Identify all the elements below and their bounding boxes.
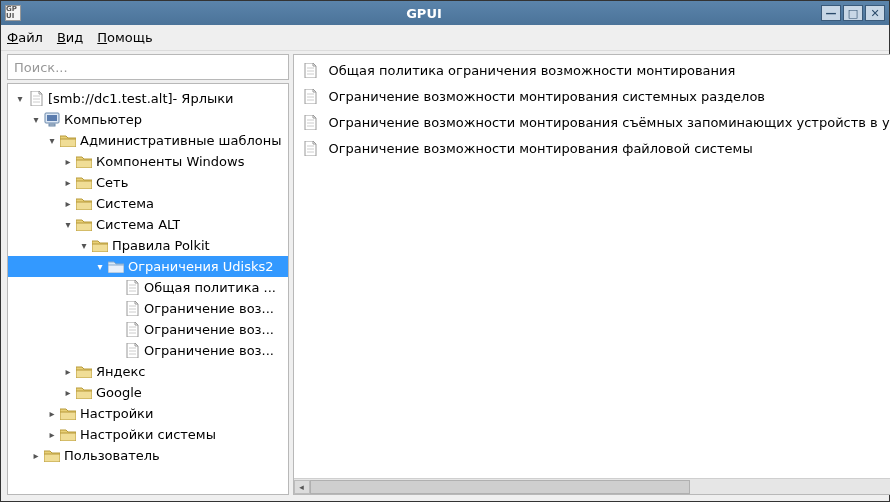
tree-item-system-alt[interactable]: ▾ Система ALT bbox=[8, 214, 288, 235]
tree-label: Административные шаблоны bbox=[80, 133, 282, 148]
tree-label: Компоненты Windows bbox=[96, 154, 244, 169]
close-button[interactable]: ✕ bbox=[865, 5, 885, 21]
list-item[interactable]: Ограничение возможности монтирования съё… bbox=[294, 109, 890, 135]
tree-label: Google bbox=[96, 385, 142, 400]
right-panel: Общая политика ограничения возможности м… bbox=[293, 54, 890, 495]
scroll-left-icon[interactable]: ◂ bbox=[294, 480, 310, 494]
document-icon bbox=[302, 141, 320, 156]
tree-label: Система bbox=[96, 196, 154, 211]
scroll-track[interactable] bbox=[310, 480, 890, 494]
list-item-label: Ограничение возможности монтирования фай… bbox=[329, 141, 753, 156]
main-window: GP UI GPUI — □ ✕ Файл Вид Помощь Поиск..… bbox=[0, 0, 890, 502]
tree-item-google[interactable]: ▸ Google bbox=[8, 382, 288, 403]
titlebar[interactable]: GP UI GPUI — □ ✕ bbox=[1, 1, 889, 25]
tree-item-settings[interactable]: ▸ Настройки bbox=[8, 403, 288, 424]
menu-view[interactable]: Вид bbox=[57, 30, 83, 45]
tree-label: Яндекс bbox=[96, 364, 146, 379]
document-icon bbox=[302, 115, 320, 130]
tree-label: Пользователь bbox=[64, 448, 160, 463]
tree-label: Сеть bbox=[96, 175, 128, 190]
tree-label: Настройки bbox=[80, 406, 153, 421]
folder-icon bbox=[91, 239, 109, 252]
tree-item-system-settings[interactable]: ▸ Настройки системы bbox=[8, 424, 288, 445]
folder-icon bbox=[59, 428, 77, 441]
tree-item-windows-components[interactable]: ▸ Компоненты Windows bbox=[8, 151, 288, 172]
list-item-label: Общая политика ограничения возможности м… bbox=[329, 63, 736, 78]
tree-item-network[interactable]: ▸ Сеть bbox=[8, 172, 288, 193]
folder-icon bbox=[59, 134, 77, 147]
menubar: Файл Вид Помощь bbox=[1, 25, 889, 51]
tree-label: [smb://dc1.test.alt]- Ярлыки bbox=[48, 91, 234, 106]
list-item[interactable]: Ограничение возможности монтирования сис… bbox=[294, 83, 890, 109]
tree-label: Система ALT bbox=[96, 217, 180, 232]
menu-help[interactable]: Помощь bbox=[97, 30, 152, 45]
tree-label: Ограничения Udisks2 bbox=[128, 259, 274, 274]
chevron-right-icon[interactable]: ▸ bbox=[62, 198, 74, 209]
folder-icon bbox=[43, 449, 61, 462]
document-icon bbox=[302, 89, 320, 104]
chevron-down-icon[interactable]: ▾ bbox=[62, 219, 74, 230]
minimize-button[interactable]: — bbox=[821, 5, 841, 21]
list-item-label: Ограничение возможности монтирования съё… bbox=[329, 115, 890, 130]
list-item[interactable]: Общая политика ограничения возможности м… bbox=[294, 57, 890, 83]
computer-icon bbox=[43, 112, 61, 127]
scroll-thumb[interactable] bbox=[310, 480, 690, 494]
document-icon bbox=[302, 63, 320, 78]
policy-list[interactable]: Общая политика ограничения возможности м… bbox=[294, 55, 890, 478]
tree-item-polkit-rules[interactable]: ▾ Правила Polkit bbox=[8, 235, 288, 256]
search-input[interactable]: Поиск... bbox=[7, 54, 289, 80]
window-title: GPUI bbox=[27, 6, 821, 21]
document-icon bbox=[123, 280, 141, 295]
window-controls: — □ ✕ bbox=[821, 5, 885, 21]
tree-item-yandex[interactable]: ▸ Яндекс bbox=[8, 361, 288, 382]
tree-item-policy-doc[interactable]: ▸ Общая политика ... bbox=[8, 277, 288, 298]
folder-icon bbox=[59, 407, 77, 420]
folder-icon bbox=[75, 155, 93, 168]
horizontal-scrollbar[interactable]: ◂ ▸ bbox=[294, 478, 890, 494]
list-item-label: Ограничение возможности монтирования сис… bbox=[329, 89, 766, 104]
tree-item-policy-doc[interactable]: ▸ Ограничение воз... bbox=[8, 319, 288, 340]
tree-label: Ограничение воз... bbox=[144, 343, 274, 358]
document-icon bbox=[123, 322, 141, 337]
folder-icon bbox=[75, 365, 93, 378]
chevron-right-icon[interactable]: ▸ bbox=[62, 387, 74, 398]
tree-item-udisks2[interactable]: ▾ Ограничения Udisks2 bbox=[8, 256, 288, 277]
chevron-right-icon[interactable]: ▸ bbox=[46, 429, 58, 440]
tree-label: Правила Polkit bbox=[112, 238, 210, 253]
tree-item-policy-doc[interactable]: ▸ Ограничение воз... bbox=[8, 340, 288, 361]
content-area: Поиск... ▾ [smb://dc1.test.alt]- Ярлыки … bbox=[1, 51, 889, 501]
tree-item-admin-templates[interactable]: ▾ Административные шаблоны bbox=[8, 130, 288, 151]
tree-label: Ограничение воз... bbox=[144, 322, 274, 337]
tree-label: Ограничение воз... bbox=[144, 301, 274, 316]
chevron-down-icon[interactable]: ▾ bbox=[14, 93, 26, 104]
folder-icon bbox=[75, 176, 93, 189]
policy-tree[interactable]: ▾ [smb://dc1.test.alt]- Ярлыки ▾ Компьют… bbox=[7, 83, 289, 495]
maximize-button[interactable]: □ bbox=[843, 5, 863, 21]
left-panel: Поиск... ▾ [smb://dc1.test.alt]- Ярлыки … bbox=[7, 54, 289, 495]
tree-root[interactable]: ▾ [smb://dc1.test.alt]- Ярлыки bbox=[8, 88, 288, 109]
list-item[interactable]: Ограничение возможности монтирования фай… bbox=[294, 135, 890, 161]
tree-item-system[interactable]: ▸ Система bbox=[8, 193, 288, 214]
tree-label: Общая политика ... bbox=[144, 280, 276, 295]
chevron-right-icon[interactable]: ▸ bbox=[62, 366, 74, 377]
chevron-down-icon[interactable]: ▾ bbox=[78, 240, 90, 251]
document-icon bbox=[27, 91, 45, 106]
chevron-down-icon[interactable]: ▾ bbox=[46, 135, 58, 146]
chevron-right-icon[interactable]: ▸ bbox=[30, 450, 42, 461]
tree-item-policy-doc[interactable]: ▸ Ограничение воз... bbox=[8, 298, 288, 319]
tree-item-user[interactable]: ▸ Пользователь bbox=[8, 445, 288, 466]
folder-icon bbox=[75, 197, 93, 210]
folder-icon bbox=[75, 218, 93, 231]
chevron-down-icon[interactable]: ▾ bbox=[94, 261, 106, 272]
document-icon bbox=[123, 301, 141, 316]
document-icon bbox=[123, 343, 141, 358]
chevron-right-icon[interactable]: ▸ bbox=[46, 408, 58, 419]
chevron-right-icon[interactable]: ▸ bbox=[62, 156, 74, 167]
chevron-right-icon[interactable]: ▸ bbox=[62, 177, 74, 188]
menu-file[interactable]: Файл bbox=[7, 30, 43, 45]
app-icon: GP UI bbox=[5, 5, 21, 21]
folder-icon bbox=[75, 386, 93, 399]
tree-item-computer[interactable]: ▾ Компьютер bbox=[8, 109, 288, 130]
tree-label: Компьютер bbox=[64, 112, 142, 127]
chevron-down-icon[interactable]: ▾ bbox=[30, 114, 42, 125]
